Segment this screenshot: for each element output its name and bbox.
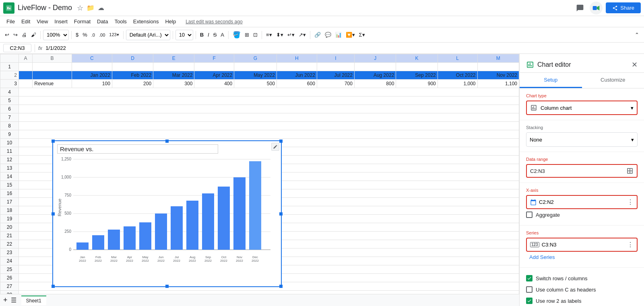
row-header-22[interactable]: 22 [0,240,19,248]
font-select[interactable]: Default (Ari...) [126,30,170,40]
bold-button[interactable]: B [198,30,205,40]
cell-C3[interactable]: 100 [72,80,112,88]
cell-L1[interactable] [438,63,477,71]
handle-tm[interactable] [165,140,169,143]
row-header-7[interactable]: 7 [0,113,19,122]
cell-L2[interactable]: Oct 2022 [438,71,477,80]
text-color-button[interactable]: A [219,30,226,40]
cell-I3[interactable]: 700 [317,80,354,88]
cell-B2[interactable] [33,71,72,80]
series-box[interactable]: 123 C3:N3 ⋮ [526,238,638,252]
cell-E3[interactable]: 300 [153,80,194,88]
handle-ml[interactable] [52,212,55,216]
handle-tl[interactable] [52,140,55,143]
row-header-20[interactable]: 20 [0,223,19,232]
comment-button[interactable]: 💬 [323,30,333,40]
row-header-9[interactable]: 9 [0,130,19,139]
sheet-scroll[interactable]: A B C D E F G H I J K L M [0,54,519,294]
col-D[interactable]: D [112,54,153,63]
col-A[interactable]: A [19,54,33,63]
collapse-toolbar-button[interactable]: ⌃ [633,30,641,40]
cell-G3[interactable]: 500 [234,80,277,88]
share-button[interactable]: Chart editor Share [606,2,641,13]
cell-reference-input[interactable] [3,44,31,52]
col-B[interactable]: B [33,54,72,63]
xaxis-box[interactable]: C2:N2 ⋮ [526,195,638,209]
borders-button[interactable]: ⊞ [243,30,251,40]
col-M[interactable]: M [477,54,519,63]
cell-F2[interactable]: Apr 2022 [194,71,234,80]
menu-view[interactable]: View [33,18,51,25]
handle-br[interactable] [279,285,283,288]
use-row-labels-checkbox[interactable] [526,298,533,304]
cell-I1[interactable] [317,63,354,71]
row-header-18[interactable]: 18 [0,206,19,215]
cell-A1[interactable] [19,63,33,71]
row-header-5[interactable]: 5 [0,97,19,105]
last-edit-label[interactable]: Last edit was seconds ago [186,19,242,25]
font-size-select[interactable]: 10 [175,30,193,40]
cell-B1[interactable] [33,63,72,71]
cell-I2[interactable]: Jul 2022 [317,71,354,80]
link-button[interactable]: 🔗 [313,30,322,40]
col-C[interactable]: C [72,54,112,63]
strikethrough-button[interactable]: S [212,30,219,40]
function-button[interactable]: Σ▾ [357,30,367,40]
italic-button[interactable]: I [206,30,211,40]
col-E[interactable]: E [153,54,194,63]
cell-H1[interactable] [277,63,317,71]
cell-M2[interactable]: Nov 2022 [477,71,519,80]
menu-tools[interactable]: Tools [111,18,130,25]
handle-tr[interactable] [279,140,283,143]
cell-J1[interactable] [354,63,396,71]
cell-A2[interactable] [19,71,33,80]
folder-icon[interactable]: 📁 [87,4,95,12]
cell-A3[interactable] [19,80,33,88]
col-G[interactable]: G [234,54,277,63]
chart-button[interactable]: 📊 [334,30,343,40]
tab-setup[interactable]: Setup [520,73,582,88]
cell-K1[interactable] [396,63,438,71]
cell-H3[interactable]: 600 [277,80,317,88]
menu-file[interactable]: File [3,18,18,25]
cell-J2[interactable]: Aug 2022 [354,71,396,80]
add-series-button[interactable]: Add Series [526,252,558,263]
cell-H2[interactable]: Jun 2022 [277,71,317,80]
handle-bm[interactable] [165,285,169,288]
row-header-24[interactable]: 24 [0,257,19,265]
col-I[interactable]: I [317,54,354,63]
redo-button[interactable]: ↪ [12,30,19,40]
cell-D2[interactable]: Feb 2022 [112,71,153,80]
cell-K3[interactable]: 900 [396,80,438,88]
row-header-8[interactable]: 8 [0,122,19,130]
row-header-19[interactable]: 19 [0,215,19,223]
currency-button[interactable]: $ [74,30,80,40]
row-header-1[interactable]: 1 [0,63,19,71]
row-header-4[interactable]: 4 [0,88,19,97]
add-sheet-button[interactable]: + [3,296,8,304]
percent-button[interactable]: % [81,30,89,40]
row-header-21[interactable]: 21 [0,232,19,240]
col-J[interactable]: J [354,54,396,63]
star-icon[interactable]: ☆ [77,4,83,12]
col-F[interactable]: F [194,54,234,63]
row-header-6[interactable]: 6 [0,105,19,113]
row-header-13[interactable]: 13 [0,164,19,173]
print-button[interactable]: 🖨 [20,30,29,40]
row-header-26[interactable]: 26 [0,274,19,282]
row-header-10[interactable]: 10 [0,139,19,147]
close-panel-button[interactable]: ✕ [632,60,638,69]
stacking-dropdown[interactable]: None ▾ [526,132,638,147]
undo-button[interactable]: ↩ [3,30,11,40]
zoom-select[interactable]: 100% [43,30,69,40]
valign-button[interactable]: ⬍▾ [275,30,285,40]
cell-J3[interactable]: 800 [354,80,396,88]
col-L[interactable]: L [438,54,477,63]
cell-M3[interactable]: 1,100 [477,80,519,88]
cell-M1[interactable] [477,63,519,71]
row-header-25[interactable]: 25 [0,265,19,274]
formula-input[interactable] [45,45,641,51]
cell-E2[interactable]: Mar 2022 [153,71,194,80]
paint-format-button[interactable]: 🖌 [29,30,38,40]
cell-B3[interactable]: Revenue [33,80,72,88]
